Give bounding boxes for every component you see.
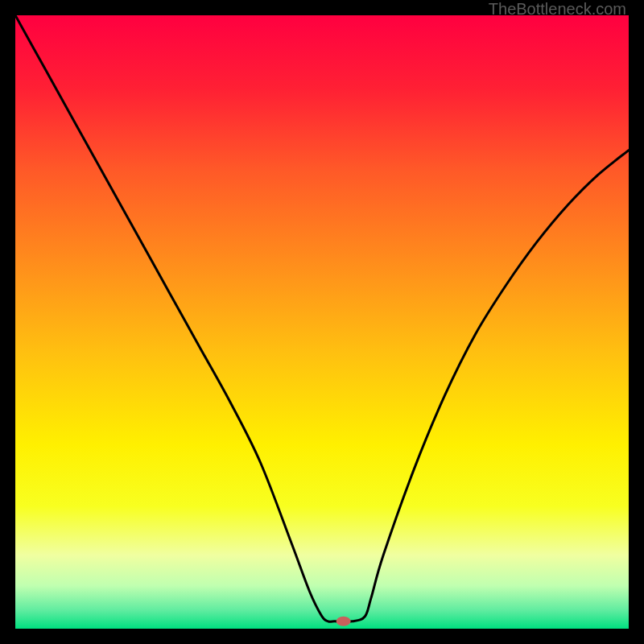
chart-frame: TheBottleneck.com bbox=[0, 0, 644, 644]
bottleneck-chart bbox=[15, 15, 629, 629]
chart-background bbox=[15, 15, 629, 629]
min-bottleneck-marker bbox=[336, 617, 351, 626]
watermark-text: TheBottleneck.com bbox=[489, 0, 626, 19]
